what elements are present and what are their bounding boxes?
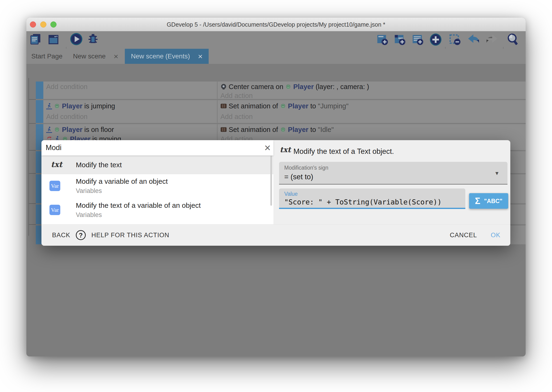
list-item-title: Modify a variable of an object [76, 177, 168, 185]
player-object-icon [280, 126, 286, 133]
list-item-subtitle: Variables [76, 187, 102, 195]
cancel-button[interactable]: CANCEL [450, 224, 477, 246]
condition-action-divider [217, 100, 218, 123]
animation-icon [221, 127, 227, 132]
close-tab-icon[interactable]: × [114, 52, 118, 61]
expression-builder-button[interactable]: Σ "ABC" [469, 193, 508, 209]
close-icon[interactable]: × [262, 141, 273, 155]
list-item-modify-variable-text[interactable]: Var Modify the text of a variable of an … [41, 199, 273, 223]
platformer-behavior-icon [46, 103, 52, 109]
search-input[interactable] [46, 142, 248, 153]
player-object-icon [280, 103, 286, 109]
window-title: GDevelop 5 - /Users/david/Documents/GDev… [26, 18, 526, 31]
event-bar[interactable] [36, 100, 43, 123]
field-value: = (set to) [284, 173, 313, 181]
close-window-button[interactable] [30, 21, 36, 28]
expression-text: "Score: " + ToString(Variable(Score)) [284, 198, 442, 206]
field-label: Value [284, 191, 298, 197]
text-action-icon: txt [51, 160, 62, 169]
player-object-icon [285, 84, 291, 90]
close-tab-icon[interactable]: × [198, 52, 203, 61]
zoom-window-button[interactable] [50, 21, 56, 28]
abc-label: "ABC" [484, 198, 502, 204]
sigma-icon: Σ [475, 196, 480, 206]
app-window: GDevelop 5 - /Users/david/Documents/GDev… [26, 18, 526, 357]
focus-underline [279, 208, 465, 209]
instruction-editor-dialog: txt Modify the text Var Modify a variabl… [41, 140, 510, 246]
modification-sign-select[interactable]: Modification's sign = (set to) ▼ [279, 162, 508, 184]
value-expression-field[interactable]: Value "Score: " + ToString(Variable(Scor… [279, 189, 465, 209]
minimize-window-button[interactable] [40, 21, 46, 28]
player-object-icon [54, 126, 60, 133]
help-button[interactable]: HELP FOR THIS ACTION [91, 224, 169, 246]
add-comment-icon[interactable] [412, 34, 424, 47]
camera-icon [221, 84, 227, 90]
event-row: Player is jumping Add condition Set anim… [43, 100, 526, 123]
player-object-icon [54, 103, 60, 109]
list-item-modify-text[interactable]: txt Modify the text [41, 156, 273, 174]
dialog-footer: BACK ? HELP FOR THIS ACTION CANCEL OK [41, 224, 510, 246]
help-icon[interactable]: ? [76, 230, 86, 240]
variable-action-icon: Var [49, 181, 60, 191]
add-more-icon[interactable] [429, 33, 442, 47]
event-row: Add condition Center camera on Player (l… [43, 82, 526, 99]
add-event-icon[interactable] [376, 34, 389, 47]
event-tree-stub [28, 123, 36, 124]
list-item-title: Modify the text [76, 161, 122, 169]
event-tree-stub [28, 224, 36, 225]
back-button[interactable]: BACK [52, 224, 70, 246]
condition-action-divider [217, 82, 218, 99]
tab-new-scene[interactable]: New scene × [73, 49, 118, 64]
animation-icon [221, 103, 227, 109]
field-label: Modification's sign [284, 165, 328, 171]
tab-bar: Start Page New scene × New scene (Events… [26, 49, 526, 64]
add-action-link[interactable]: Add action [221, 112, 253, 121]
text-action-icon: txt [280, 145, 291, 154]
dialog-action-title: Modify the text of a Text object. [293, 147, 394, 156]
tab-label: New scene [73, 53, 106, 60]
redo-icon[interactable] [485, 34, 498, 46]
tab-new-scene-events[interactable]: New scene (Events) × [125, 49, 209, 64]
condition-is-on-floor[interactable]: Player is on floor [46, 125, 114, 134]
action-center-camera[interactable]: Center camera on Player (layer: , camera… [221, 83, 369, 91]
toolbar [26, 31, 526, 49]
action-set-animation[interactable]: Set animation of Player to "Idle" [221, 125, 334, 134]
add-condition-link[interactable]: Add condition [46, 112, 88, 121]
undo-icon[interactable] [467, 34, 480, 46]
event-tree-stub [28, 150, 36, 151]
add-action-link[interactable]: Add action [221, 91, 253, 100]
list-item-modify-variable[interactable]: Var Modify a variable of an object Varia… [41, 175, 273, 199]
tab-start-page[interactable]: Start Page [31, 49, 62, 64]
tab-label: New scene (Events) [131, 53, 190, 60]
condition-is-jumping[interactable]: Player is jumping [46, 102, 115, 110]
variable-action-icon: Var [49, 205, 60, 215]
list-item-subtitle: Variables [76, 211, 102, 219]
debug-icon[interactable] [87, 33, 99, 47]
ok-button[interactable]: OK [491, 224, 500, 246]
chevron-down-icon[interactable]: ▼ [494, 170, 499, 176]
event-tree-stub [28, 203, 36, 204]
delete-selection-icon[interactable] [449, 34, 461, 47]
scene-editor-icon[interactable] [48, 34, 59, 46]
list-item-title: Modify the text of a variable of an obje… [76, 201, 201, 210]
action-set-animation[interactable]: Set animation of Player to "Jumping" [221, 102, 349, 110]
action-search-bar: × [41, 140, 273, 155]
search-icon[interactable] [507, 33, 519, 47]
event-tree-stub [28, 173, 36, 174]
add-condition-link[interactable]: Add condition [46, 83, 88, 91]
event-bar[interactable] [36, 82, 43, 99]
titlebar: GDevelop 5 - /Users/david/Documents/GDev… [26, 18, 526, 31]
list-scrollbar-thumb[interactable] [270, 156, 272, 206]
event-tree-line [28, 78, 29, 236]
project-manager-icon[interactable] [29, 33, 42, 47]
event-tree-stub [28, 99, 36, 100]
platformer-behavior-icon [46, 126, 52, 133]
tab-label: Start Page [31, 53, 62, 60]
add-sub-event-icon[interactable] [394, 34, 406, 47]
preview-play-icon[interactable] [70, 33, 83, 47]
